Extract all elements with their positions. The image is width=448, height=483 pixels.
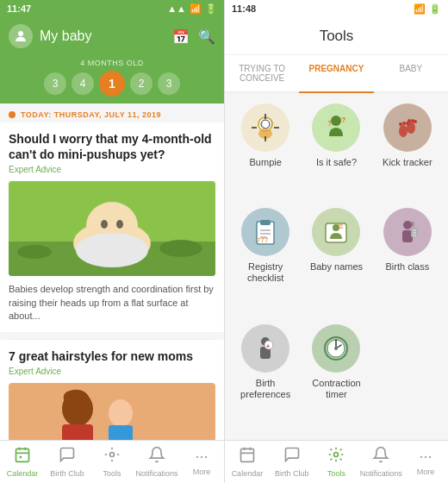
right-calendar-nav-icon [239,446,256,467]
svg-point-5 [101,220,108,229]
tab-trying[interactable]: TRYING TO CONCEIVE [225,55,299,91]
tools-nav-icon [103,446,121,467]
age-dot-3b[interactable]: 3 [158,72,180,95]
tools-title: Tools [320,28,354,45]
article-card-1[interactable]: Should I worry that my 4-month-old can't… [0,122,224,332]
right-nav-more[interactable]: ··· More [403,441,448,483]
right-battery-icon: 🔋 [429,3,441,15]
age-label: 4 MONTHS OLD [80,59,144,67]
safe-icon-circle: ? ? [312,104,360,152]
right-more-nav-icon: ··· [420,448,432,466]
svg-point-6 [116,220,123,229]
nav-calendar[interactable]: Calendar [0,441,45,483]
right-tools-nav-icon [327,446,345,467]
right-time: 11:48 [232,3,256,14]
left-status-icons: ▲▲ 📶 🔋 [167,3,217,15]
right-header: Tools [225,17,448,55]
article-card-2[interactable]: 7 great hairstyles for new moms Expert A… [0,340,224,440]
right-nav-birthclub-label: Birth Club [275,469,309,478]
date-dot [9,111,16,118]
right-nav-tools[interactable]: Tools [314,441,359,483]
tools-grid: Bumpie ? ? Is it safe? [225,93,448,440]
nav-notifications[interactable]: Notifications [134,441,179,483]
nav-birthclub-label: Birth Club [50,469,84,478]
svg-text:777: 777 [257,236,269,244]
tool-birth-class[interactable]: Birth class [377,208,438,313]
tool-kick-tracker[interactable]: Kick tracker [377,104,438,198]
svg-point-65 [334,347,338,350]
right-birthclub-nav-icon [283,446,301,467]
svg-point-35 [402,122,406,125]
right-nav-birthclub[interactable]: Birth Club [270,441,314,483]
tool-baby-names[interactable]: Baby names [306,208,366,313]
right-panel: 11:48 📶 🔋 Tools TRYING TO CONCEIVE PREGN… [224,0,448,483]
names-icon-circle [312,208,360,256]
status-bar-left: 11:47 ▲▲ 📶 🔋 [0,0,224,17]
article2-title: 7 great hairstyles for new moms [9,348,215,364]
tab-baby[interactable]: BABY [374,55,448,91]
right-nav-calendar[interactable]: Calendar [225,441,270,483]
nav-tools-label: Tools [103,469,121,478]
registry-icon-circle: 777 [241,208,289,256]
class-icon-circle [383,208,432,256]
names-label: Baby names [310,261,363,273]
header-icons[interactable]: 📅 🔍 [172,28,215,45]
search-icon[interactable]: 🔍 [198,28,215,45]
right-nav-notifications-label: Notifications [360,469,402,478]
svg-point-56 [409,222,414,227]
right-nav-notifications[interactable]: Notifications [358,441,403,483]
age-tabs-container: 4 MONTHS OLD 3 4 1 2 3 [0,55,224,104]
svg-point-0 [18,31,23,36]
prefs-icon-circle: + [241,324,289,373]
nav-notifications-label: Notifications [135,469,177,478]
svg-text:?: ? [341,116,346,124]
svg-point-39 [414,120,417,123]
nav-calendar-label: Calendar [7,469,39,478]
nav-tools[interactable]: Tools [90,441,134,483]
safe-label: Is it safe? [316,157,357,168]
age-dot-4[interactable]: 4 [72,72,94,95]
right-bottom-nav: Calendar Birth Club Tools Notifications … [225,440,448,483]
svg-text:?: ? [327,119,333,128]
right-wifi-icon: 📶 [414,3,426,15]
svg-rect-19 [20,456,22,459]
tab-pregnancy[interactable]: PREGNANCY [299,55,373,91]
right-nav-calendar-label: Calendar [232,469,264,478]
age-dot-2[interactable]: 2 [130,72,152,95]
right-nav-more-label: More [417,467,435,476]
status-bar-right: 11:48 📶 🔋 [225,0,448,17]
svg-point-20 [110,453,115,457]
left-panel: 11:47 ▲▲ 📶 🔋 My baby 📅 🔍 4 MONTHS OLD 3 … [0,0,224,483]
article1-title: Should I worry that my 4-month-old can't… [9,131,215,162]
age-dot-3a[interactable]: 3 [44,72,66,95]
prefs-label: Birth preferences [235,378,296,400]
birthclub-nav-icon [59,446,76,467]
right-status-icons: 📶 🔋 [414,3,441,15]
tool-registry[interactable]: 777 Registry checklist [235,208,296,313]
calendar-nav-icon [14,446,31,467]
svg-text:+: + [266,343,270,349]
svg-rect-15 [16,448,29,461]
tool-contraction[interactable]: Contraction timer [306,324,366,430]
header-title-group: My baby [9,24,91,48]
svg-point-37 [408,119,411,122]
nav-birthclub[interactable]: Birth Club [45,441,90,483]
left-header: My baby 📅 🔍 [0,17,224,55]
avatar [9,24,33,48]
more-nav-icon: ··· [195,448,208,466]
nav-more-label: More [193,467,211,476]
tool-birth-prefs[interactable]: + Birth preferences [235,324,296,430]
age-dots[interactable]: 3 4 1 2 3 [44,71,180,97]
tool-is-it-safe[interactable]: ? ? Is it safe? [306,104,366,198]
bumpie-icon-circle [241,104,289,152]
svg-point-13 [109,399,133,427]
svg-rect-12 [62,424,93,440]
article2-image [9,383,215,440]
nav-more[interactable]: ··· More [179,441,224,483]
right-notifications-nav-icon [372,446,389,467]
right-nav-tools-label: Tools [327,469,345,478]
calendar-icon[interactable]: 📅 [172,28,190,45]
bumpie-label: Bumpie [250,157,282,168]
tool-bumpie[interactable]: Bumpie [235,104,296,198]
age-dot-1-active[interactable]: 1 [99,71,125,97]
